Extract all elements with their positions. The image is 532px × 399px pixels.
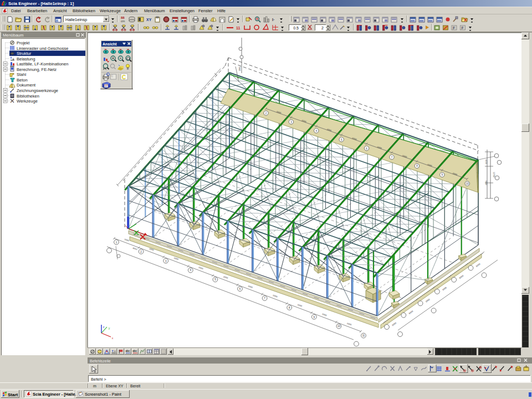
svg-text:Menübaum: Menübaum bbox=[144, 8, 165, 13]
svg-text:abc: abc bbox=[132, 350, 137, 352]
svg-text:abc: abc bbox=[126, 350, 130, 352]
svg-text:Hilfe: Hilfe bbox=[217, 8, 226, 13]
svg-text:I·: I· bbox=[272, 17, 275, 22]
svg-text:6000: 6000 bbox=[485, 181, 487, 185]
svg-text:Beton: Beton bbox=[17, 78, 28, 83]
svg-text:Halle1einsp: Halle1einsp bbox=[65, 17, 87, 22]
svg-text:F: F bbox=[462, 26, 464, 30]
svg-text:Bereit: Bereit bbox=[130, 384, 140, 388]
svg-text:cm: cm bbox=[121, 19, 125, 23]
svg-text:11: 11 bbox=[362, 334, 365, 337]
svg-text:5840: 5840 bbox=[238, 66, 241, 71]
svg-text:C: C bbox=[122, 74, 126, 80]
svg-text:Ansicht: Ansicht bbox=[103, 42, 117, 46]
svg-text:Bibliotheken: Bibliotheken bbox=[17, 94, 39, 99]
svg-text:Screenshot1 - Paint: Screenshot1 - Paint bbox=[85, 392, 122, 397]
svg-text:Ebene XY: Ebene XY bbox=[106, 384, 124, 388]
svg-text:Datei: Datei bbox=[11, 8, 21, 13]
svg-text:Menübaum: Menübaum bbox=[3, 33, 24, 38]
svg-text:Scia Engineer - [Halle...: Scia Engineer - [Halle... bbox=[33, 392, 79, 397]
svg-text:Bearbeiten: Bearbeiten bbox=[27, 8, 47, 13]
svg-text:Belastung: Belastung bbox=[17, 57, 35, 62]
svg-text:12700: 12700 bbox=[493, 172, 495, 177]
svg-text:0.5: 0.5 bbox=[293, 26, 299, 30]
svg-text:Lastfälle, LF-Kombinationen: Lastfälle, LF-Kombinationen bbox=[17, 62, 68, 66]
svg-text:Projekt: Projekt bbox=[17, 40, 30, 45]
svg-text:10: 10 bbox=[466, 182, 469, 185]
svg-text:Dokument: Dokument bbox=[17, 83, 36, 88]
svg-text:Ändern: Ändern bbox=[124, 8, 137, 13]
svg-text:Berechnung, FE-Netz: Berechnung, FE-Netz bbox=[17, 67, 57, 72]
svg-text:Werkzeuge: Werkzeuge bbox=[17, 99, 38, 104]
svg-text:m: m bbox=[93, 384, 96, 388]
svg-text:Linienraster und Geschosse: Linienraster und Geschosse bbox=[17, 46, 68, 51]
svg-text:Befehl >: Befehl > bbox=[91, 377, 106, 382]
svg-text:Einstellungen: Einstellungen bbox=[170, 8, 195, 13]
svg-text:Zeichnungswerkzeuge: Zeichnungswerkzeuge bbox=[17, 88, 58, 93]
svg-text:F: F bbox=[453, 26, 455, 30]
svg-text:Stahl: Stahl bbox=[17, 72, 26, 77]
svg-text:Ansicht: Ansicht bbox=[53, 8, 68, 13]
svg-text:Struktur: Struktur bbox=[17, 51, 32, 56]
svg-text:C: C bbox=[111, 74, 114, 78]
svg-text:11: 11 bbox=[236, 26, 241, 30]
svg-text:Start: Start bbox=[8, 392, 18, 397]
svg-text:10: 10 bbox=[337, 325, 341, 328]
svg-text:Fenster: Fenster bbox=[198, 8, 213, 13]
svg-text:Werkzeuge: Werkzeuge bbox=[100, 8, 121, 13]
svg-text:Befehlszeile: Befehlszeile bbox=[90, 359, 111, 363]
svg-text:Scia Engineer - [Halle1einsp :: Scia Engineer - [Halle1einsp : 1] bbox=[8, 1, 74, 6]
svg-text:4150: 4150 bbox=[485, 160, 487, 164]
svg-text:XY: XY bbox=[146, 18, 152, 22]
svg-text:2: 2 bbox=[321, 26, 324, 30]
svg-text:Bibliotheken: Bibliotheken bbox=[73, 8, 95, 13]
